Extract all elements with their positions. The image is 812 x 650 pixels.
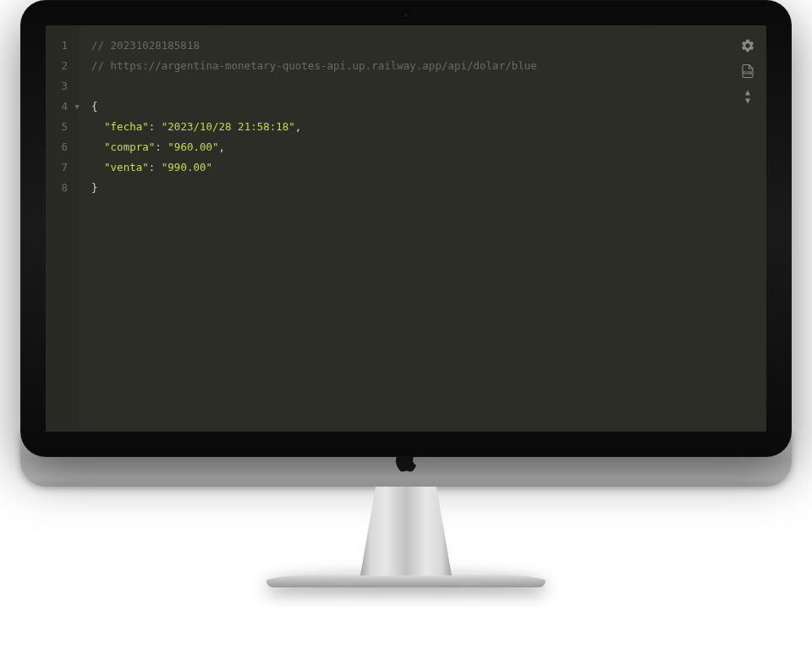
line-number: 2 — [46, 56, 80, 76]
line-number: 3 — [46, 76, 80, 96]
line-number-gutter: 1 2 3 4▼ 5 6 7 8 — [46, 25, 80, 432]
line-number: 1 — [46, 36, 80, 56]
monitor-stand-neck — [355, 487, 457, 576]
json-key: "fecha" — [104, 120, 149, 133]
json-value: "990.00" — [162, 161, 212, 174]
imac-monitor: 1 2 3 4▼ 5 6 7 8 // 20231028185818 // ht… — [20, 0, 792, 587]
svg-text:RAW: RAW — [743, 71, 753, 75]
close-brace: } — [91, 181, 98, 194]
line-number: 8 — [46, 178, 80, 198]
line-number: 7 — [46, 157, 80, 178]
monitor-bezel: 1 2 3 4▼ 5 6 7 8 // 20231028185818 // ht… — [20, 0, 792, 457]
gear-icon[interactable] — [739, 37, 756, 54]
webcam — [403, 12, 409, 19]
fold-triangle-icon[interactable]: ▼ — [75, 96, 80, 117]
code-content[interactable]: // 20231028185818 // https://argentina-m… — [80, 25, 766, 432]
viewer-toolbar: RAW ▲ ▼ — [739, 37, 756, 105]
url-comment: // https://argentina-monetary-quotes-api… — [91, 59, 537, 72]
open-brace: { — [91, 100, 98, 113]
line-number: 6 — [46, 137, 80, 157]
timestamp-comment: // 20231028185818 — [91, 39, 200, 52]
code-editor-screen: 1 2 3 4▼ 5 6 7 8 // 20231028185818 // ht… — [46, 25, 766, 432]
raw-file-icon[interactable]: RAW — [739, 63, 756, 80]
json-key: "venta" — [104, 161, 149, 174]
json-value: "960.00" — [167, 140, 218, 153]
nav-arrows: ▲ ▼ — [745, 88, 750, 105]
line-number: 5 — [46, 117, 80, 137]
json-value: "2023/10/28 21:58:18" — [162, 120, 295, 133]
json-key: "compra" — [104, 140, 155, 153]
chevron-down-icon[interactable]: ▼ — [745, 96, 750, 105]
line-number: 4▼ — [46, 96, 80, 117]
